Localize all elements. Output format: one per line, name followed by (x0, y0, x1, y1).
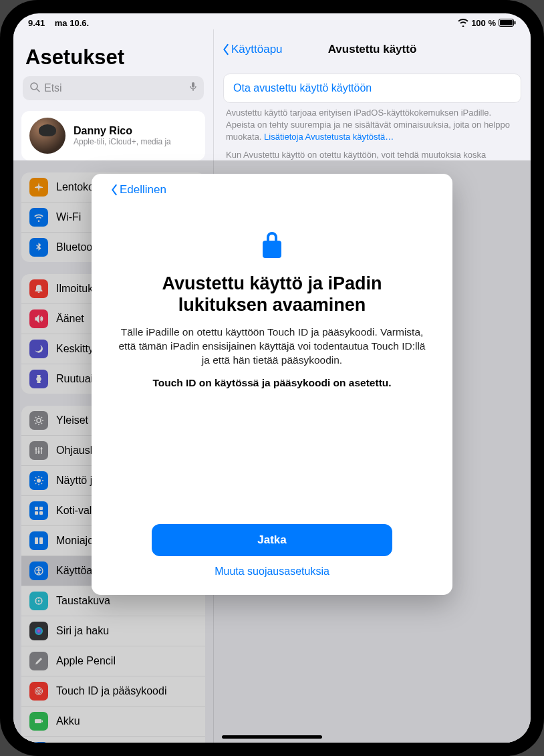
learn-more-link[interactable]: Lisätietoja Avustetusta käytöstä… (264, 132, 394, 142)
enable-label: Ota avustettu käyttö käyttöön (233, 82, 372, 94)
assistive-description: Avustettu käyttö tarjoaa erityisen iPadO… (226, 107, 519, 144)
svg-rect-1 (500, 20, 513, 25)
page-title: Asetukset (21, 39, 205, 76)
search-input[interactable]: Etsi (23, 76, 204, 100)
search-icon (29, 82, 40, 95)
detail-header: Käyttöapu Avustettu käyttö (214, 35, 531, 64)
chevron-left-icon (110, 184, 118, 196)
lock-icon (259, 229, 285, 261)
screen: 9.41 ma 10.6. 100 % Asetukset (13, 13, 531, 743)
assistive-description-2: Kun Avustettu käyttö on otettu käyttöön,… (226, 149, 519, 161)
status-bar: 9.41 ma 10.6. 100 % (13, 13, 531, 29)
account-card[interactable]: Danny Rico Apple-tili, iCloud+, media ja (21, 111, 205, 160)
enable-assistive-access-row[interactable]: Ota avustettu käyttö käyttöön (223, 74, 521, 103)
modal-title: Avustettu käyttö ja iPadin lukituksen av… (162, 273, 382, 316)
search-placeholder: Etsi (44, 82, 189, 94)
account-sub: Apple-tili, iCloud+, media ja (74, 137, 171, 146)
status-date: ma 10.6. (55, 18, 89, 28)
battery-percent: 100 % (471, 18, 496, 28)
change-security-settings-link[interactable]: Muuta suojausasetuksia (215, 565, 329, 578)
status-right: 100 % (458, 18, 516, 28)
home-indicator[interactable] (222, 735, 322, 739)
avatar (29, 118, 65, 154)
detail-title: Avustettu käyttö (214, 43, 531, 56)
modal-status-text: Touch ID on käytössä ja pääsykoodi on as… (152, 377, 391, 389)
continue-button[interactable]: Jatka (152, 524, 392, 556)
modal-back-button[interactable]: Edellinen (110, 183, 434, 197)
modal-body-text: Tälle iPadille on otettu käyttöön Touch … (110, 326, 434, 368)
svg-rect-5 (192, 82, 194, 88)
assistive-setup-modal: Edellinen Avustettu käyttö ja iPadin luk… (92, 174, 452, 595)
battery-icon (499, 19, 516, 27)
svg-rect-2 (515, 21, 516, 25)
status-time: 9.41 (28, 18, 45, 28)
modal-back-label: Edellinen (120, 183, 166, 197)
wifi-icon (458, 19, 468, 27)
ipad-frame: 9.41 ma 10.6. 100 % Asetukset (0, 0, 544, 756)
account-name: Danny Rico (74, 125, 171, 137)
mic-icon[interactable] (189, 82, 197, 95)
svg-line-4 (37, 89, 39, 92)
status-left: 9.41 ma 10.6. (28, 18, 89, 28)
